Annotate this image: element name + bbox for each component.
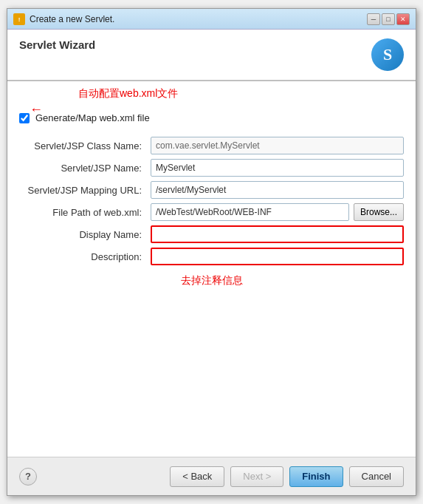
main-window: ! Create a new Servlet. ─ □ ✕ Servlet Wi… xyxy=(7,8,416,496)
checkbox-row: Generate/Map web.xml file xyxy=(19,112,404,123)
content-area: Generate/Map web.xml file Servlet/JSP Cl… xyxy=(7,103,416,457)
wizard-header: Servlet Wizard S xyxy=(7,30,416,81)
browse-button[interactable]: Browse... xyxy=(354,203,404,221)
jsp-name-input[interactable] xyxy=(151,159,404,177)
mapping-url-row xyxy=(151,181,404,199)
annotation-area: 自动配置web.xml文件 ← xyxy=(7,81,416,103)
next-button[interactable]: Next > xyxy=(230,466,283,487)
footer-left: ? xyxy=(19,468,37,486)
class-name-row xyxy=(151,137,404,154)
svg-text:!: ! xyxy=(18,16,21,23)
footer: ? < Back Next > Finish Cancel xyxy=(7,457,416,495)
jsp-name-label: Servlet/JSP Name: xyxy=(19,163,145,174)
generate-xml-checkbox[interactable] xyxy=(19,113,30,123)
display-name-row xyxy=(151,225,404,243)
wizard-title: Servlet Wizard xyxy=(19,38,95,51)
mapping-url-input[interactable] xyxy=(151,181,404,199)
close-button[interactable]: ✕ xyxy=(396,13,410,25)
display-name-label: Display Name: xyxy=(19,229,145,240)
description-input[interactable] xyxy=(151,248,404,265)
class-name-label: Servlet/JSP Class Name: xyxy=(19,140,145,151)
file-path-row: Browse... xyxy=(151,203,404,221)
back-button[interactable]: < Back xyxy=(170,466,224,487)
title-bar: ! Create a new Servlet. ─ □ ✕ xyxy=(7,9,416,30)
mapping-url-label: Servlet/JSP Mapping URL: xyxy=(19,185,145,196)
file-path-input[interactable] xyxy=(151,203,349,221)
cancel-button[interactable]: Cancel xyxy=(349,466,404,487)
annotation1-text: 自动配置web.xml文件 xyxy=(78,87,404,101)
annotation2-text: 去掉注释信息 xyxy=(19,274,404,287)
description-label: Description: xyxy=(19,251,145,262)
window-title: Create a new Servlet. xyxy=(30,14,367,24)
wizard-logo: S xyxy=(371,38,404,71)
display-name-input[interactable] xyxy=(151,225,404,243)
annotation-arrow: ← xyxy=(30,102,43,118)
maximize-button[interactable]: □ xyxy=(382,13,395,25)
form-grid: Servlet/JSP Class Name: Servlet/JSP Name… xyxy=(19,137,404,265)
description-row xyxy=(151,248,404,265)
finish-button[interactable]: Finish xyxy=(289,466,343,487)
wizard-title-text: Servlet Wizard xyxy=(19,38,95,51)
minimize-button[interactable]: ─ xyxy=(367,13,380,25)
window-icon: ! xyxy=(13,13,25,25)
help-button[interactable]: ? xyxy=(19,468,37,486)
file-path-label: File Path of web.xml: xyxy=(19,207,145,218)
jsp-name-row xyxy=(151,159,404,177)
checkbox-label: Generate/Map web.xml file xyxy=(35,112,150,123)
footer-buttons: < Back Next > Finish Cancel xyxy=(170,466,404,487)
class-name-input[interactable] xyxy=(151,137,404,154)
window-controls: ─ □ ✕ xyxy=(367,13,410,25)
